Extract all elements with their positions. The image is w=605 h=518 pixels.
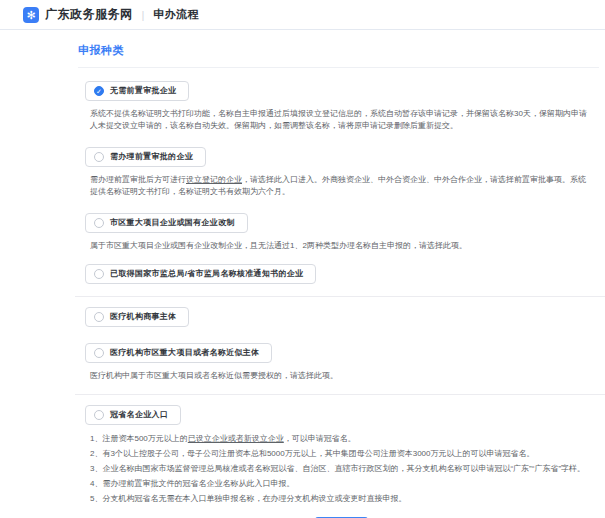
option-no-preapproval[interactable]: ✓ 无需前置审批企业 (85, 81, 189, 101)
radio-unchecked-icon (94, 410, 104, 420)
rule-text: 1、注册资本500万元以上的 (90, 434, 188, 443)
option-label: 冠省名企业入口 (110, 410, 168, 420)
option-description: 需办理前置审批后方可进行设立登记的企业，请选择此入口进入。外商独资企业、中外合资… (90, 174, 591, 198)
radio-unchecked-icon (94, 348, 104, 358)
radio-unchecked-icon (94, 269, 104, 279)
option-label: 无需前置审批企业 (110, 86, 176, 96)
section-divider (75, 394, 605, 395)
header-separator: | (142, 9, 145, 21)
radio-unchecked-icon (94, 218, 104, 228)
header-brand[interactable]: ✻ 广东政务服务网 (23, 6, 133, 23)
radio-unchecked-icon (94, 152, 104, 162)
rule-item: 2、有3个以上控股子公司，母子公司注册资本总和5000万元以上，其中集团母公司注… (90, 448, 591, 460)
title-block: 申报种类 (78, 30, 599, 68)
gd-gov-logo-icon: ✻ (23, 7, 39, 23)
radio-checked-icon: ✓ (94, 86, 104, 96)
rule-text: ，可以申请冠省名。 (284, 434, 356, 443)
province-name-rules: 1、注册资本500万元以上的已设立企业或者新设立企业，可以申请冠省名。 2、有3… (90, 433, 591, 505)
option-description: 医疗机构中属于市区重大项目或者名称近似需要授权的，请选择此项。 (90, 370, 591, 382)
rule-item: 3、企业名称由国家市场监督管理总局核准或者名称冠以省、自治区、直辖市行政区划的，… (90, 463, 591, 475)
rule-item: 5、分支机构冠省名无需在本入口单独申报名称，在办理分支机构设立或变更时直接申报。 (90, 493, 591, 505)
desc-text: 需办理前置审批后方可进行 (90, 175, 186, 184)
options-list: ✓ 无需前置审批企业 系统不提供名称证明文书打印功能，名称自主申报通过后填报设立… (0, 81, 605, 505)
option-medical-major-project-or-similar-name[interactable]: 医疗机构市区重大项目或者名称近似主体 (85, 343, 272, 363)
option-label: 已取得国家市监总局/省市监局名称核准通知书的企业 (110, 269, 303, 279)
option-preapproval-required[interactable]: 需办理前置审批的企业 (85, 147, 206, 167)
option-label: 医疗机构市区重大项目或者名称近似主体 (110, 348, 259, 358)
option-label: 市区重大项目企业或国有企业改制 (110, 218, 235, 228)
option-label: 需办理前置审批的企业 (110, 152, 193, 162)
rule-item: 1、注册资本500万元以上的已设立企业或者新设立企业，可以申请冠省名。 (90, 433, 591, 445)
rule-item: 4、需办理前置审批文件的冠省名企业名称从此入口申报。 (90, 478, 591, 490)
site-name: 广东政务服务网 (45, 6, 133, 23)
page-title: 申报种类 (78, 44, 124, 56)
radio-unchecked-icon (94, 312, 104, 322)
nav-title: 申办流程 (153, 7, 199, 22)
rule-text: 5、分支机构冠省名无需在本入口单独申报名称，在办理分支机构设立或变更时直接申报。 (90, 494, 406, 503)
option-major-project-or-soe-reform[interactable]: 市区重大项目企业或国有企业改制 (85, 213, 248, 233)
option-label: 医疗机构商事主体 (110, 312, 176, 322)
rule-text: 2、有3个以上控股子公司，母子公司注册资本总和5000万元以上，其中集团母公司注… (90, 449, 535, 458)
rule-text: 3、企业名称由国家市场监督管理总局核准或者名称冠以省、自治区、直辖市行政区划的，… (90, 464, 585, 473)
rule-underlined-text: 已设立企业或者新设立企业 (188, 434, 284, 443)
option-description: 系统不提供名称证明文书打印功能，名称自主申报通过后填报设立登记信息的，系统自动暂… (90, 108, 591, 132)
section-divider (75, 296, 605, 297)
option-name-approval-notice-obtained[interactable]: 已取得国家市监总局/省市监局名称核准通知书的企业 (85, 264, 316, 284)
option-province-name-entry[interactable]: 冠省名企业入口 (85, 405, 181, 425)
option-medical-commercial-entity[interactable]: 医疗机构商事主体 (85, 307, 189, 327)
desc-underlined-text: 设立登记的企业 (186, 175, 242, 184)
header: ✻ 广东政务服务网 | 申办流程 (0, 0, 605, 30)
option-description: 属于市区重大项目企业或国有企业改制企业，且无法通过1、2两种类型办理名称自主申报… (90, 240, 591, 252)
rule-text: 4、需办理前置审批文件的冠省名企业名称从此入口申报。 (90, 479, 294, 488)
